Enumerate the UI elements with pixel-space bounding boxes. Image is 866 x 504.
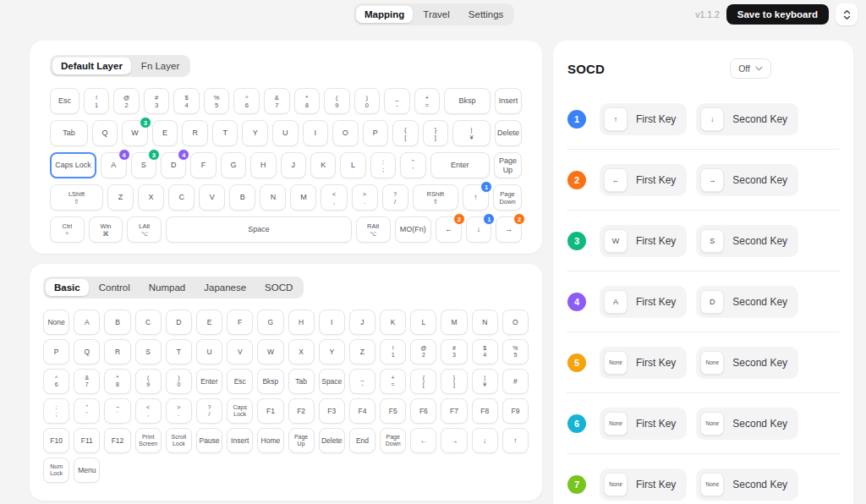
keyboard-key[interactable]: Bksp [444,88,491,114]
picker-key[interactable]: W [257,339,283,364]
picker-key[interactable]: None [43,310,69,335]
picker-key[interactable]: %5 [502,339,529,364]
keyboard-key[interactable]: _- [384,88,410,114]
picker-key[interactable]: E [196,310,222,335]
keyboard-key[interactable]: :; [370,152,396,178]
picker-key[interactable]: Esc [227,369,253,394]
picker-key[interactable]: ← [410,428,436,453]
keyboard-key[interactable]: Esc [50,88,79,114]
picker-key[interactable]: (9 [135,369,162,394]
picker-key[interactable]: F5 [380,398,406,424]
keyboard-key[interactable]: RAlt⌥ [356,216,391,243]
picker-key[interactable]: ScrollLock [166,428,192,453]
picker-key[interactable]: F7 [441,398,467,424]
keyboard-key[interactable]: Enter [430,152,490,178]
keyboard-key[interactable]: ↓1 [466,216,492,243]
keyboard-key[interactable]: }] [423,120,449,146]
picker-key[interactable]: F11 [74,428,100,453]
keyboard-key[interactable]: L [340,152,365,178]
keyboard-key[interactable]: Caps Lock [50,152,96,178]
tab-numpad[interactable]: Numpad [140,279,194,296]
picker-key[interactable]: F2 [288,398,315,424]
tab-settings[interactable]: Settings [460,6,512,23]
picker-key[interactable]: G [257,310,283,335]
keyboard-key[interactable]: "' [400,152,425,178]
keyboard-key[interactable]: %5 [204,88,230,114]
socd-key-button[interactable]: W [604,229,628,253]
picker-key[interactable]: _- [349,369,375,394]
picker-key[interactable]: End [349,428,375,453]
picker-key[interactable]: X [288,339,315,364]
keyboard-key[interactable]: Q [92,120,118,146]
picker-key[interactable]: F9 [502,398,529,424]
keyboard-key[interactable]: N [260,184,286,211]
socd-key-button[interactable]: D [700,290,724,314]
socd-key-button[interactable]: ↑ [604,107,628,131]
picker-key[interactable]: !1 [380,339,406,364]
picker-key[interactable]: S [135,339,162,364]
keyboard-key[interactable]: {[ [392,120,419,146]
keyboard-key[interactable]: Ctrl^ [50,216,85,243]
tab-control[interactable]: Control [90,279,139,296]
keyboard-key[interactable]: X [138,184,164,211]
keyboard-key[interactable]: W3 [122,120,148,146]
tab-mapping[interactable]: Mapping [356,6,413,23]
keyboard-key[interactable]: #3 [144,88,170,114]
picker-key[interactable]: F8 [472,398,498,424]
keyboard-key[interactable]: S3 [131,152,156,178]
keyboard-key[interactable]: G [221,152,246,178]
picker-key[interactable]: L [410,310,436,335]
picker-key[interactable]: #3 [441,339,467,364]
picker-key[interactable]: I [319,310,345,335]
picker-key[interactable]: B [104,310,130,335]
keyboard-key[interactable]: Win⌘ [89,216,123,243]
picker-key[interactable]: Space [319,369,345,394]
picker-key[interactable]: C [135,310,162,335]
picker-key[interactable]: }] [441,369,467,394]
picker-key[interactable]: → [441,428,467,453]
picker-key[interactable]: ^6 [43,369,69,394]
keyboard-key[interactable]: Space [166,216,352,243]
socd-key-button[interactable]: None [700,351,724,375]
picker-key[interactable]: # [502,369,529,394]
picker-key[interactable]: Menu [74,457,100,483]
keyboard-key[interactable]: P [363,120,389,146]
picker-key[interactable]: >. [166,398,192,424]
keyboard-key[interactable]: E [152,120,178,146]
tab-basic[interactable]: Basic [46,279,89,296]
tab-default-layer[interactable]: Default Layer [52,58,131,74]
socd-key-button[interactable]: None [700,473,724,496]
tab-socd[interactable]: SOCD [256,279,301,296]
keyboard-key[interactable]: A4 [101,152,126,178]
picker-key[interactable]: R [104,339,130,364]
socd-key-button[interactable]: → [700,168,724,192]
picker-key[interactable]: ↓ [472,428,498,453]
keyboard-key[interactable]: B [229,184,255,211]
picker-key[interactable]: Y [319,339,345,364]
picker-key[interactable]: K [380,310,406,335]
keyboard-key[interactable]: &7 [264,88,290,114]
picker-key[interactable]: U [196,339,222,364]
picker-key[interactable]: Pause [196,428,222,453]
keyboard-key[interactable]: !1 [84,88,110,114]
picker-key[interactable]: F1 [257,398,283,424]
keyboard-key[interactable]: $4 [173,88,200,114]
picker-key[interactable]: Enter [196,369,222,394]
keyboard-key[interactable]: V [199,184,225,211]
picker-key[interactable]: Delete [319,428,345,453]
save-to-keyboard-button[interactable]: Save to keyboard [726,4,829,25]
keyboard-key[interactable]: MO(Fn) [395,216,432,243]
keyboard-key[interactable]: →2 [496,216,522,243]
picker-key[interactable]: A [74,310,100,335]
keyboard-key[interactable]: C [168,184,195,211]
keyboard-key[interactable]: J [281,152,306,178]
tab-japanese[interactable]: Japanese [195,279,255,296]
keyboard-key[interactable]: PageDown [493,184,522,211]
picker-key[interactable]: F12 [104,428,130,453]
keyboard-key[interactable]: K [310,152,336,178]
picker-key[interactable]: CapsLock [227,398,253,424]
keyboard-key[interactable]: Tab [50,120,88,146]
picker-key[interactable]: :; [43,398,69,424]
keyboard-key[interactable]: D4 [161,152,186,178]
socd-mode-dropdown[interactable]: Off [730,58,771,79]
